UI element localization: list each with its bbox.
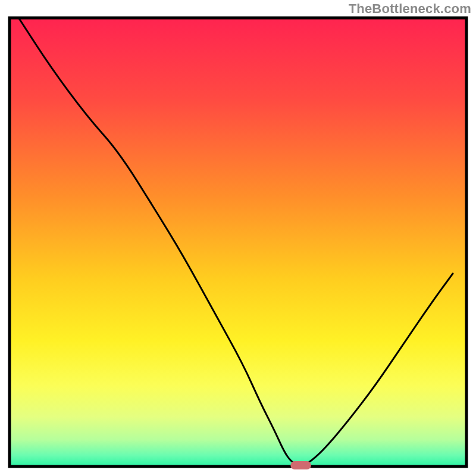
chart-frame: TheBottleneck.com [0,0,476,476]
plot-background [10,18,466,466]
optimal-marker [290,461,311,469]
bottleneck-chart [0,0,476,476]
